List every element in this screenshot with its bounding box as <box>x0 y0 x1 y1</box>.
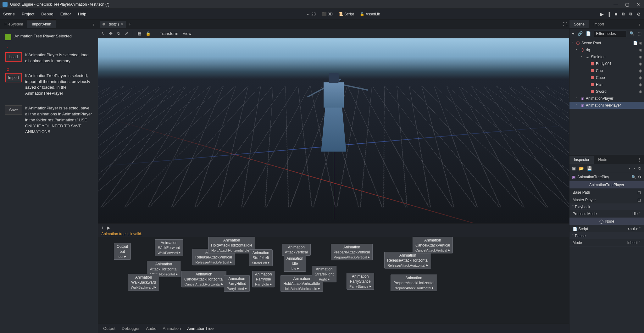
node-output[interactable]: Idle <box>291 267 299 270</box>
animtree-node-cah[interactable]: AnimationCancelAttackHorizontalCancelAtt… <box>181 271 226 287</box>
pause-button[interactable]: ‖ <box>608 12 610 17</box>
prop-process-mode[interactable]: Process ModeIdle ˅ <box>569 210 644 218</box>
add-scene-button[interactable]: + <box>128 21 131 27</box>
add-node-icon[interactable]: + <box>572 31 575 36</box>
animtree-node-idle[interactable]: AnimationIdleIdle <box>284 255 306 272</box>
node-output[interactable]: HoldAttackVerticalIdle <box>283 287 320 291</box>
visibility-icon[interactable]: ◉ <box>639 89 642 94</box>
distraction-free-icon[interactable]: ⛶ <box>563 22 567 27</box>
tree-row-cap[interactable]: Cap◉ <box>569 67 644 74</box>
props-more-icon[interactable]: ⚙ <box>638 175 641 179</box>
save-resource-icon[interactable]: 💾 <box>587 166 592 171</box>
animtree-node-pah[interactable]: AnimationPrepareAttackHorizontalPrepareA… <box>391 275 437 291</box>
node-output[interactable]: WalkForward <box>158 251 180 255</box>
tree-row-animationplayer[interactable]: ˅▣AnimationPlayer <box>569 95 644 102</box>
scene-tab-test[interactable]: test(*) × <box>100 21 126 28</box>
animtree-node-cav[interactable]: AnimationCancelAttackVerticalCancelAttac… <box>413 237 453 253</box>
prop-mode[interactable]: ModeInherit ˅ <box>569 239 644 247</box>
tab-inspector[interactable]: Inspector <box>569 156 594 164</box>
tab-importanim[interactable]: ImportAnim <box>27 20 55 28</box>
filter-input[interactable]: Filter nodes <box>594 30 626 37</box>
scene-dock-more-icon[interactable]: ⋮ <box>638 22 641 26</box>
node-output[interactable]: ReleaseAttackVertical <box>195 260 232 264</box>
animtree-node-out[interactable]: Outputoutout <box>114 243 131 260</box>
tree-row-scene-root[interactable]: ˅Scene Root📄◉ <box>569 40 644 47</box>
btab-animationtree[interactable]: AnimationTree <box>187 326 214 331</box>
tree-row-hair[interactable]: Hair◉ <box>569 81 644 88</box>
visibility-icon[interactable]: ◉ <box>639 48 642 52</box>
search-props-icon[interactable]: 🔍 <box>631 175 636 179</box>
node-output[interactable]: PrepareAttackHorizontal <box>394 286 434 290</box>
lock-tool-icon[interactable]: 🔒 <box>146 31 151 36</box>
expand-arrow-icon[interactable]: ˅ <box>576 104 579 107</box>
play-scene-button[interactable]: ⧉ <box>622 11 625 17</box>
tab-import[interactable]: Import <box>589 20 608 28</box>
tree-row-sword[interactable]: Sword◉ <box>569 88 644 95</box>
expand-arrow-icon[interactable]: ˅ <box>576 48 579 52</box>
btab-debugger[interactable]: Debugger <box>122 326 140 331</box>
node-output[interactable]: ParryStance <box>349 285 371 288</box>
stop-button[interactable]: ■ <box>615 12 617 17</box>
btab-output[interactable]: Output <box>103 326 115 331</box>
expand-arrow-icon[interactable]: ˅ <box>581 55 584 59</box>
animtree-node-pav[interactable]: AnimationPrepareAttackVerticalPrepareAtt… <box>331 244 373 260</box>
animtree-node-sr[interactable]: AnimationStrafeRightRight <box>312 266 336 282</box>
animtree-node-av[interactable]: AnimationAttackVertical <box>282 244 311 256</box>
node-output[interactable]: Right <box>319 277 330 281</box>
animtree-canvas[interactable]: Outputoutout AnimationWalkForwardWalkFor… <box>98 237 569 324</box>
inspector-more-icon[interactable]: ⋮ <box>638 158 641 162</box>
workspace-assetlib[interactable]: 🔒AssetLib <box>360 12 380 16</box>
tree-row-animationtreeplayer[interactable]: ˅▣AnimationTreePlayer <box>569 102 644 109</box>
node-output[interactable]: StrafeLeft <box>252 261 270 265</box>
animtree-node-ph[interactable]: AnimationParryHittedParryHitted <box>224 275 250 292</box>
minimize-button[interactable]: — <box>613 1 619 8</box>
menu-help[interactable]: Help <box>78 12 86 16</box>
animtree-node-rah[interactable]: AnimationReleaseAttackHorizontalReleaseA… <box>384 252 431 269</box>
link-node-icon[interactable]: 🔗 <box>578 31 583 36</box>
node-output[interactable]: ReleaseAttackHorizontal <box>387 264 428 267</box>
scene-more-icon[interactable]: ⬚ <box>638 31 641 36</box>
select-tool-icon[interactable]: ↖ <box>101 31 105 36</box>
node-output[interactable]: CancelAttackVertical <box>415 248 450 252</box>
node-output[interactable]: WalkBackward <box>131 286 156 289</box>
history-prev-icon[interactable]: ‹ <box>629 166 630 171</box>
viewport-3d[interactable] <box>98 38 569 223</box>
scene-tab-close-icon[interactable]: × <box>121 22 123 27</box>
history-next-icon[interactable]: › <box>634 166 635 171</box>
visibility-icon[interactable]: ◉ <box>639 62 642 66</box>
node-output[interactable]: CancelAttackHorizontal <box>185 282 223 286</box>
prop-master-player[interactable]: Master Player▢ <box>569 196 644 204</box>
node-output[interactable]: ParryHitted <box>227 287 247 291</box>
tree-row-body-001[interactable]: Body.001◉ <box>569 60 644 67</box>
section-pause[interactable]: ˅ Pause <box>569 233 644 239</box>
maximize-button[interactable]: ▢ <box>624 1 630 8</box>
section-playback[interactable]: ˅ Playback <box>569 204 644 210</box>
expand-arrow-icon[interactable]: ˅ <box>571 42 575 45</box>
attach-script-icon[interactable]: 📄 <box>586 31 591 36</box>
animtree-node-ps[interactable]: AnimationParryStanceParryStance <box>347 273 374 290</box>
btab-animation[interactable]: Animation <box>163 326 181 331</box>
action-button-load[interactable]: Load <box>5 52 22 62</box>
animtree-node-pi[interactable]: AnimationParryIdleParryIdle <box>252 271 275 287</box>
expand-arrow-icon[interactable]: ˅ <box>576 97 579 100</box>
visibility-icon[interactable]: ◉ <box>639 75 642 80</box>
open-resource-icon[interactable]: 📂 <box>579 166 584 171</box>
workspace-script[interactable]: 📜Script <box>338 12 354 16</box>
history-list-icon[interactable]: ↻ <box>638 166 641 171</box>
tab-filesystem[interactable]: FileSystem <box>0 20 27 28</box>
animtree-node-wf[interactable]: AnimationWalkForwardWalkForward <box>155 239 183 256</box>
rotate-tool-icon[interactable]: ↻ <box>117 31 120 36</box>
btab-audio[interactable]: Audio <box>146 326 156 331</box>
play-custom-button[interactable]: ⧉ <box>629 11 632 17</box>
move-tool-icon[interactable]: ✥ <box>109 31 113 36</box>
animtree-node-sl[interactable]: AnimationStrafeLeftStrafeLeft <box>249 249 273 266</box>
view-menu[interactable]: View <box>183 31 192 36</box>
tree-row-rig[interactable]: ˅rig◉ <box>569 47 644 53</box>
menu-editor[interactable]: Editor <box>60 12 71 16</box>
tab-node[interactable]: Node <box>594 156 612 164</box>
play-tree-button[interactable]: ▶ <box>107 225 110 230</box>
node-output[interactable]: out <box>119 255 126 258</box>
snap-tool-icon[interactable]: ▦ <box>137 31 141 36</box>
play-button[interactable]: ▶ <box>600 12 604 17</box>
menu-scene[interactable]: Scene <box>3 12 15 16</box>
